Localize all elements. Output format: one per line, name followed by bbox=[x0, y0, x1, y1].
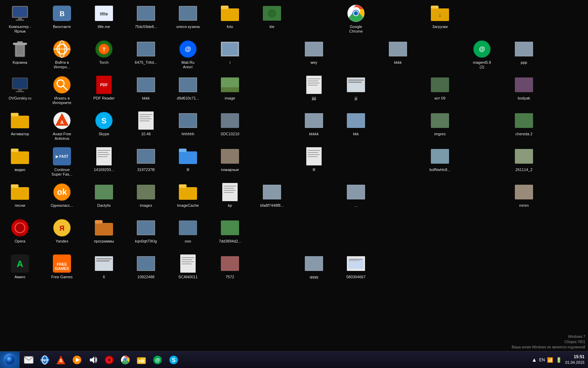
icon-sdc10210[interactable]: SDC10210 bbox=[211, 108, 249, 139]
icon-komputer[interactable]: Компьютер - Ярлык bbox=[1, 1, 39, 36]
icon-kle[interactable]: kle bbox=[253, 1, 291, 32]
icon-foto[interactable]: foto bbox=[211, 1, 249, 32]
svg-rect-88 bbox=[221, 113, 239, 128]
icon-odnoklassniki[interactable]: okОднокласс... bbox=[43, 179, 81, 211]
icon-tfile[interactable]: tfiletfile.me bbox=[85, 1, 123, 32]
icon-ppp[interactable]: ppp bbox=[505, 36, 543, 68]
icon-10922488[interactable]: 10922488 bbox=[127, 251, 165, 282]
icon-bofNwHc8[interactable]: bofNwHc8... bbox=[421, 144, 459, 175]
icon-261114[interactable]: 261114_2 bbox=[505, 144, 543, 175]
icon-vidio[interactable]: видио bbox=[1, 144, 39, 175]
icon-avast[interactable]: AAvast Free Antivirus bbox=[43, 108, 81, 144]
icon-1046[interactable]: 10.46 bbox=[127, 108, 165, 139]
icon-label-dots_img: ... bbox=[354, 203, 357, 208]
icon-mailru[interactable]: @Mail.Ru Агент bbox=[169, 36, 207, 72]
icon-6_file[interactable]: 6 bbox=[85, 251, 123, 282]
icon-dots_img[interactable]: ... bbox=[337, 179, 375, 211]
icon-torch[interactable]: TTorch bbox=[85, 36, 123, 68]
icon-chereda2[interactable]: chereda 2 bbox=[505, 108, 543, 139]
icon-pozhar[interactable]: пожарные bbox=[211, 144, 249, 175]
icon-lll_img[interactable]: lll bbox=[295, 144, 333, 175]
icon-imgres[interactable]: imgres bbox=[421, 108, 459, 139]
icon-imagecache[interactable]: ImageCache bbox=[169, 179, 207, 211]
taskbar-mail-icon[interactable] bbox=[21, 352, 36, 368]
icon-lll_folder[interactable]: lll bbox=[169, 144, 207, 175]
svg-rect-118 bbox=[95, 185, 113, 199]
icon-img-7572 bbox=[220, 254, 240, 273]
icon-label-qqqq: qqqq bbox=[310, 275, 318, 279]
icon-korzina[interactable]: Корзина bbox=[1, 36, 39, 68]
icon-img-vkontakte: В bbox=[52, 4, 72, 23]
icon-programmy[interactable]: программы bbox=[85, 215, 123, 246]
icon-7572[interactable]: 7572 bbox=[211, 251, 249, 282]
icon-kkkk_folder[interactable]: kkkk bbox=[127, 72, 165, 103]
svg-rect-159 bbox=[348, 258, 364, 269]
icon-pesni[interactable]: песни bbox=[1, 179, 39, 211]
icon-img-avast: A bbox=[52, 111, 72, 130]
icon-amigo[interactable]: AАмиго bbox=[1, 251, 39, 282]
icon-img-lll_folder bbox=[178, 146, 198, 166]
icon-myau[interactable]: мяу bbox=[295, 36, 333, 68]
tray-network-icon[interactable]: 📶 bbox=[546, 356, 554, 363]
icon-kot09[interactable]: кот 09 bbox=[421, 72, 459, 103]
tray-lang[interactable]: EN bbox=[539, 357, 545, 362]
icon-zagruzki[interactable]: ↓Загрузки bbox=[421, 1, 459, 32]
icon-kqn0qh[interactable]: kqn0qhTIKIg bbox=[127, 215, 165, 246]
icon-jjjjj[interactable]: jjjjj bbox=[295, 72, 333, 103]
icon-yandex[interactable]: ЯYandex bbox=[43, 215, 81, 246]
taskbar-avast-icon[interactable]: A bbox=[53, 352, 69, 368]
icon-ovgorskiy[interactable]: OVGorskiy.ru bbox=[1, 72, 39, 103]
taskbar-opera-icon[interactable] bbox=[102, 352, 117, 368]
icon-vkontakte[interactable]: ВВконтакте bbox=[43, 1, 81, 32]
icon-images_f[interactable]: images bbox=[127, 179, 165, 211]
icon-kkkkk[interactable]: kkkkk bbox=[295, 108, 333, 139]
icon-aktivator[interactable]: Активатор bbox=[1, 108, 39, 139]
tray-battery-icon[interactable]: 🔋 bbox=[555, 356, 562, 363]
icon-magent[interactable]: @magent5.9 (2) bbox=[463, 36, 501, 72]
taskbar-skype-icon[interactable]: S bbox=[166, 352, 181, 368]
icon-d9d[interactable]: d9d610c71... bbox=[169, 72, 207, 103]
icon-hhhhhh[interactable]: hhhhhh bbox=[169, 108, 207, 139]
icon-scan0011[interactable]: SCAN0011 bbox=[169, 251, 207, 282]
icon-i_img[interactable]: i bbox=[211, 36, 249, 68]
icon-olesya[interactable]: олеся кузина bbox=[169, 1, 207, 32]
icon-map1[interactable]: 75dc59de8... bbox=[127, 1, 165, 32]
icon-3197237b[interactable]: 3197237B bbox=[127, 144, 165, 175]
icon-141[interactable]: 14169293... bbox=[85, 144, 123, 175]
icon-google_chrome[interactable]: Google Chrome bbox=[337, 1, 375, 36]
icon-pdfreader[interactable]: PDFPDF Reader bbox=[85, 72, 123, 103]
icon-iskat[interactable]: Искать в Интернете bbox=[43, 72, 81, 108]
icon-kp[interactable]: kp bbox=[211, 179, 249, 211]
icon-7dd3894d2[interactable]: 7dd3894d2... bbox=[211, 215, 249, 246]
taskbar-chrome-icon[interactable] bbox=[118, 352, 133, 368]
svg-text:S: S bbox=[172, 357, 176, 363]
icon-dactylis[interactable]: Dactylis bbox=[85, 179, 123, 211]
clock-area[interactable]: 15:51 01.04.2015 bbox=[565, 354, 584, 365]
icon-image_f[interactable]: image bbox=[211, 72, 249, 103]
icon-qqqq[interactable]: qqqq bbox=[295, 251, 333, 282]
icon-580304667[interactable]: 580304667 bbox=[337, 251, 375, 282]
taskbar-explorer-icon[interactable] bbox=[134, 352, 149, 368]
icon-continue[interactable]: ▶ FASTContinue Super Fas... bbox=[43, 144, 81, 179]
icon-ooo[interactable]: ooo bbox=[169, 215, 207, 246]
taskbar-mailru-icon[interactable]: @ bbox=[150, 352, 165, 368]
icon-skype[interactable]: SSkype bbox=[85, 108, 123, 139]
taskbar-sound-icon[interactable] bbox=[85, 352, 101, 368]
icon-label-войти: Войти в Интерн... bbox=[54, 60, 70, 69]
icon-kkkk_img[interactable]: kkkk bbox=[379, 36, 417, 68]
icon-freegames[interactable]: FREEGAMESFree Games bbox=[43, 251, 81, 282]
icon-kkk[interactable]: kkk bbox=[337, 108, 375, 139]
icon-bfa8f[interactable]: bfa8f7448f8... bbox=[253, 179, 291, 211]
taskbar-media-icon[interactable] bbox=[69, 352, 85, 368]
svg-rect-157 bbox=[305, 256, 323, 271]
icon-opera[interactable]: Opera bbox=[1, 215, 39, 246]
icon-войти[interactable]: Войти в Интерн... bbox=[43, 36, 81, 72]
icon-6475[interactable]: 6475_Trifol... bbox=[127, 36, 165, 68]
icon-img-dots_img bbox=[346, 182, 366, 202]
taskbar-ie-icon[interactable]: e bbox=[37, 352, 52, 368]
tray-arrow-icon[interactable]: ▲ bbox=[531, 356, 538, 364]
start-button[interactable] bbox=[0, 352, 20, 368]
icon-mmm[interactable]: mmm bbox=[505, 179, 543, 211]
icon-bodyak[interactable]: bodyak bbox=[505, 72, 543, 103]
icon-jjj[interactable]: jjj bbox=[337, 72, 375, 103]
